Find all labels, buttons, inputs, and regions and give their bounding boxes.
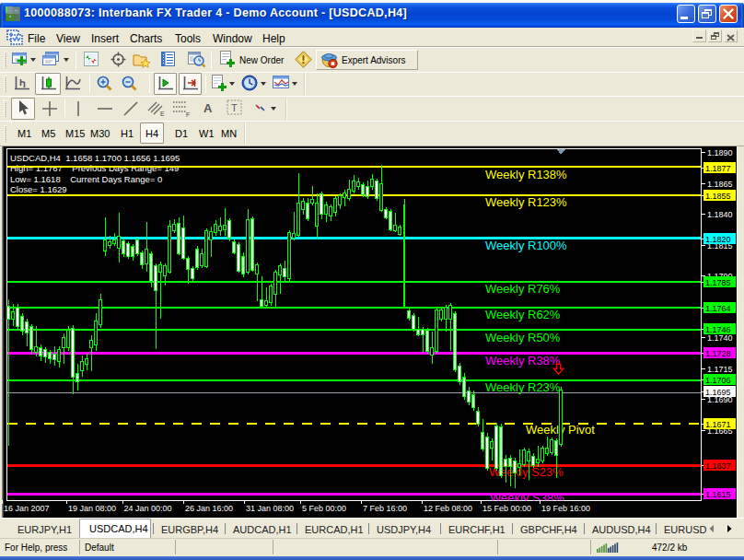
svg-text:1.1637: 1.1637 — [705, 461, 731, 471]
svg-text:31 Jan 08:00: 31 Jan 08:00 — [246, 504, 294, 513]
svg-text:1.1671: 1.1671 — [705, 420, 731, 429]
svg-text:Weekly R38%: Weekly R38% — [485, 354, 561, 368]
svg-text:Weekly R62%: Weekly R62% — [485, 308, 561, 321]
svg-text:1.1877: 1.1877 — [705, 164, 731, 173]
svg-text:1.1865: 1.1865 — [707, 180, 733, 189]
svg-text:1.1615: 1.1615 — [705, 490, 731, 499]
svg-text:Low= 1.1618 Current Days Ra: Low= 1.1618 Current Days Range= 0 — [10, 174, 162, 184]
svg-text:1.1840: 1.1840 — [707, 210, 733, 219]
svg-text:26 Jan 16:00: 26 Jan 16:00 — [185, 504, 233, 513]
svg-text:Weekly R138%: Weekly R138% — [485, 168, 567, 181]
svg-text:1.1706: 1.1706 — [705, 376, 731, 385]
svg-text:Weekly R76%: Weekly R76% — [485, 282, 561, 296]
svg-text:1.1746: 1.1746 — [705, 325, 731, 334]
svg-text:1.1890: 1.1890 — [707, 148, 733, 158]
svg-text:1.1764: 1.1764 — [705, 304, 731, 313]
svg-text:5 Feb 00:00: 5 Feb 00:00 — [302, 504, 346, 513]
svg-text:1.1728: 1.1728 — [705, 349, 731, 358]
svg-text:Weekly R23%: Weekly R23% — [485, 380, 561, 394]
svg-text:1.1855: 1.1855 — [705, 192, 731, 201]
svg-text:Weekly R50%: Weekly R50% — [485, 331, 561, 344]
svg-text:1.1785: 1.1785 — [705, 278, 731, 287]
svg-text:19 Jan 08:00: 19 Jan 08:00 — [68, 504, 116, 513]
svg-text:15 Feb 00:00: 15 Feb 00:00 — [482, 504, 531, 513]
svg-text:USDCAD,H4 1.1658 1.1700 1.165: USDCAD,H4 1.1658 1.1700 1.1656 1.1695 — [10, 153, 180, 163]
svg-text:24 Jan 00:00: 24 Jan 00:00 — [124, 504, 172, 513]
svg-text:1.1820: 1.1820 — [705, 235, 731, 244]
svg-text:High= 1.1767 Previous Days: High= 1.1767 Previous Days Range= 149 — [10, 163, 179, 173]
svg-text:16 Jan 2007: 16 Jan 2007 — [4, 504, 50, 513]
svg-text:Close= 1.1629: Close= 1.1629 — [10, 184, 67, 194]
svg-text:12 Feb 08:00: 12 Feb 08:00 — [424, 504, 472, 513]
svg-text:1.1715: 1.1715 — [707, 365, 733, 374]
svg-text:1.1695: 1.1695 — [705, 388, 731, 397]
svg-text:7 Feb 16:00: 7 Feb 16:00 — [363, 504, 407, 513]
svg-text:1.1740: 1.1740 — [707, 333, 733, 343]
svg-text:Weekly R100%: Weekly R100% — [485, 239, 567, 252]
svg-text:19 Feb 16:00: 19 Feb 16:00 — [541, 504, 590, 513]
svg-text:Weekly R123%: Weekly R123% — [485, 195, 567, 209]
